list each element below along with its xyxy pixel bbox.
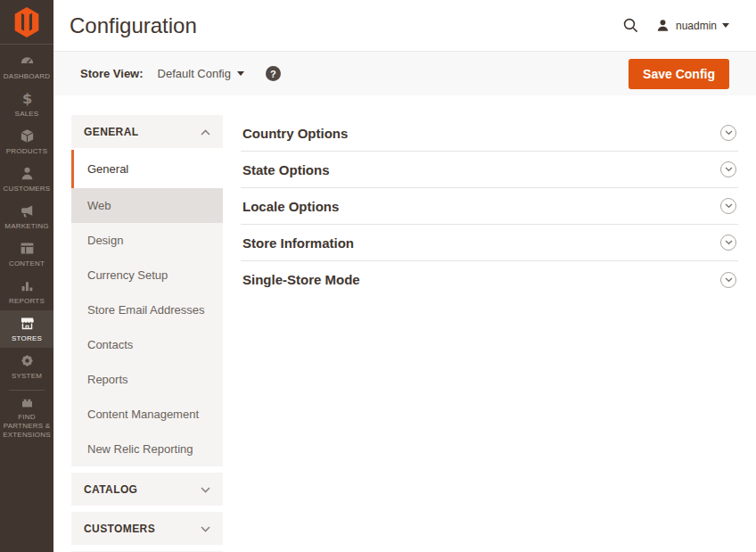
content-area: GENERAL General Web Design Currency Setu…: [53, 95, 756, 552]
config-nav-item-general[interactable]: General: [71, 150, 223, 188]
products-icon: [19, 128, 36, 144]
config-nav-item-currency-setup[interactable]: Currency Setup: [71, 258, 223, 292]
section-row-country-options[interactable]: Country Options: [241, 115, 738, 152]
config-nav-section-customers: CUSTOMERS: [71, 512, 223, 545]
sidebar-nav: DASHBOARD $ SALES PRODUCTS CUSTOMERS: [0, 45, 53, 440]
toolbar: Store View: Default Config ? Save Config: [53, 51, 756, 95]
circle-chevron-down-icon[interactable]: [720, 161, 736, 177]
caret-down-icon: [237, 71, 244, 76]
user-name: nuadmin: [676, 20, 717, 32]
section-row-store-information[interactable]: Store Information: [241, 225, 738, 261]
sidebar-item-marketing[interactable]: MARKETING: [0, 198, 53, 235]
sidebar-divider: [9, 390, 45, 391]
config-nav-header-catalog[interactable]: CATALOG: [71, 473, 223, 506]
sidebar-item-dashboard[interactable]: DASHBOARD: [0, 48, 53, 86]
config-nav-section-catalog: CATALOG: [71, 473, 223, 506]
caret-down-icon: [722, 23, 729, 28]
section-row-locale-options[interactable]: Locale Options: [241, 188, 738, 225]
stores-icon: [19, 315, 36, 332]
sidebar-item-system[interactable]: SYSTEM: [0, 348, 53, 385]
config-nav-item-content-management[interactable]: Content Management: [71, 397, 223, 432]
sidebar-item-content[interactable]: CONTENT: [0, 235, 53, 273]
config-nav-section-general: GENERAL General Web Design Currency Setu…: [71, 115, 223, 466]
svg-text:$: $: [21, 90, 31, 107]
sidebar-item-reports[interactable]: REPORTS: [0, 273, 53, 310]
find-partners-icon: [19, 395, 36, 410]
config-nav-item-contacts[interactable]: Contacts: [71, 327, 223, 362]
dashboard-icon: [19, 53, 36, 70]
store-view-select[interactable]: Default Config: [158, 67, 244, 80]
config-nav-item-design[interactable]: Design: [71, 223, 223, 258]
sidebar-item-products[interactable]: PRODUCTS: [0, 123, 53, 161]
config-nav-item-store-email-addresses[interactable]: Store Email Addresses: [71, 292, 223, 327]
help-icon[interactable]: ?: [266, 66, 281, 81]
content-icon: [19, 240, 36, 257]
sidebar-item-find-partners[interactable]: FIND PARTNERS & EXTENSIONS: [0, 395, 53, 440]
customers-icon: [19, 165, 36, 182]
circle-chevron-down-icon[interactable]: [720, 235, 736, 251]
config-nav-item-new-relic-reporting[interactable]: New Relic Reporting: [71, 432, 223, 466]
section-row-state-options[interactable]: State Options: [241, 152, 738, 188]
config-nav-item-web[interactable]: Web: [71, 188, 223, 223]
section-row-single-store-mode[interactable]: Single-Store Mode: [241, 261, 738, 298]
circle-chevron-down-icon[interactable]: [720, 198, 736, 214]
system-icon: [19, 352, 36, 369]
sidebar-item-customers[interactable]: CUSTOMERS: [0, 161, 53, 198]
save-config-button[interactable]: Save Config: [629, 59, 729, 89]
app-sidebar: DASHBOARD $ SALES PRODUCTS CUSTOMERS: [0, 0, 53, 552]
config-nav-item-reports[interactable]: Reports: [71, 362, 223, 397]
magento-logo-icon: [12, 6, 41, 38]
circle-chevron-down-icon[interactable]: [720, 272, 736, 288]
sidebar-item-stores[interactable]: STORES: [0, 310, 53, 348]
page-title: Configuration: [70, 13, 197, 38]
reports-icon: [19, 277, 36, 294]
search-icon: [622, 17, 639, 34]
user-menu[interactable]: nuadmin: [655, 18, 729, 33]
config-nav-header-general[interactable]: GENERAL: [71, 115, 223, 150]
chevron-down-icon: [201, 526, 210, 532]
store-view-label: Store View:: [80, 67, 144, 80]
sales-icon: $: [19, 90, 36, 107]
config-sections: Country Options State Options Locale Opt…: [241, 115, 738, 552]
marketing-icon: [19, 202, 36, 219]
page-header: Configuration nuadmin: [53, 0, 756, 51]
magento-logo[interactable]: [0, 0, 53, 45]
search-button[interactable]: [622, 17, 639, 34]
account-icon: [655, 18, 670, 33]
config-nav-header-customers[interactable]: CUSTOMERS: [71, 512, 223, 545]
config-nav: GENERAL General Web Design Currency Setu…: [71, 115, 223, 552]
chevron-down-icon: [201, 487, 210, 493]
store-view-value: Default Config: [158, 67, 231, 80]
circle-chevron-down-icon[interactable]: [720, 125, 736, 141]
chevron-up-icon: [201, 129, 210, 136]
sidebar-item-sales[interactable]: $ SALES: [0, 86, 53, 123]
